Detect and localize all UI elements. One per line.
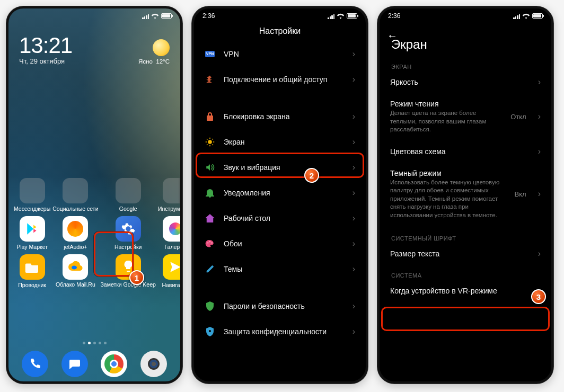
app-play-market[interactable]: Play Маркет — [14, 216, 50, 250]
row-label: Темы — [224, 265, 344, 273]
folder-social[interactable]: Социальные сети — [52, 178, 98, 212]
settings-row-themes[interactable]: Темы › — [194, 256, 366, 282]
app-label: Заметки Google Keep — [101, 282, 156, 288]
settings-row-security[interactable]: Пароли и безопасность › — [194, 293, 366, 319]
app-label: Play Маркет — [16, 244, 48, 250]
settings-row-desktop[interactable]: Рабочий стол › — [194, 206, 366, 231]
chevron-right-icon: › — [352, 112, 355, 121]
dock-phone[interactable] — [22, 351, 48, 377]
annotation-callout-2: 2 — [304, 168, 319, 183]
clock-time: 13:21 — [19, 33, 72, 58]
app-label: jetAudio+ — [64, 244, 87, 250]
settings-row-notif[interactable]: Уведомления › — [194, 180, 366, 206]
svg-point-13 — [209, 330, 211, 332]
row-vr-mode[interactable]: Когда устройство в VR-режиме › — [380, 281, 551, 301]
annotation-outline-3 — [381, 307, 550, 331]
status-icons — [142, 13, 172, 19]
row-label: Блокировка экрана — [224, 112, 344, 121]
chevron-right-icon: › — [538, 189, 541, 199]
row-value: Откл — [510, 113, 526, 121]
app-jetaudio[interactable]: jetAudio+ — [52, 216, 98, 250]
row-label: Подключение и общий доступ — [224, 75, 344, 84]
row-label: Уведомления — [224, 189, 344, 197]
app-cloud-mailru[interactable]: Облако Mail.Ru — [52, 254, 98, 288]
row-value: Вкл — [515, 190, 526, 198]
app-label: Галерея — [164, 244, 182, 250]
chevron-right-icon: › — [352, 301, 355, 311]
battery-icon — [347, 13, 357, 19]
phone-display-settings: 2:36 ← Экран ЭКРАН Яркость › Режим чтени… — [377, 6, 553, 384]
settings-row-lock[interactable]: Блокировка экрана › — [194, 104, 366, 129]
settings-row-display[interactable]: Экран › — [194, 129, 366, 155]
home-icon — [205, 213, 215, 224]
row-label: Защита конфиденциальности — [224, 327, 344, 336]
settings-row-vpn[interactable]: VPN VPN › — [194, 41, 366, 67]
folder-tools[interactable]: Инструменты — [158, 178, 182, 212]
weather-temp: 12°C — [156, 58, 170, 65]
settings-row-privacy[interactable]: Защита конфиденциальности › — [194, 319, 366, 344]
svg-point-0 — [72, 266, 77, 270]
section-header: ЭКРАН — [380, 55, 551, 72]
app-label: Социальные сети — [52, 206, 98, 212]
app-label: Навигатор — [162, 282, 182, 288]
lock-icon — [205, 111, 215, 122]
row-dark-mode[interactable]: Темный режим Использовать более темную ц… — [380, 162, 551, 227]
privacy-icon — [205, 326, 215, 337]
chevron-right-icon: › — [352, 137, 355, 147]
settings-row-wallpaper[interactable]: Обои › — [194, 231, 366, 256]
folder-google[interactable]: Google — [101, 178, 156, 212]
dock-messages[interactable] — [61, 351, 88, 377]
phone-settings-list: 2:36 Настройки VPN VPN › Подключение и о… — [192, 6, 368, 384]
app-explorer[interactable]: Проводник — [14, 254, 50, 288]
page-title: Экран — [380, 31, 551, 55]
share-icon — [205, 74, 215, 85]
chevron-right-icon: › — [352, 239, 355, 248]
svg-point-12 — [212, 242, 213, 243]
dock-camera[interactable] — [140, 351, 167, 377]
row-label: Обои — [224, 239, 344, 248]
status-icons — [513, 13, 543, 19]
annotation-outline-2 — [196, 153, 364, 178]
row-text-size[interactable]: Размер текста › — [380, 244, 551, 264]
row-label: Экран — [224, 138, 344, 146]
row-color-scheme[interactable]: Цветовая схема › — [380, 141, 551, 162]
weather-sun-icon — [153, 39, 170, 56]
row-label: Размер текста — [390, 250, 530, 258]
phone-home: 13:21 Чт, 29 октября Ясно 12°C Мессендже… — [6, 6, 182, 384]
row-subtitle: Делает цвета на экране более теплыми, по… — [390, 109, 502, 134]
svg-point-10 — [207, 242, 208, 243]
row-brightness[interactable]: Яркость › — [380, 72, 551, 92]
back-button[interactable]: ← — [387, 30, 398, 42]
app-gallery[interactable]: Галерея — [158, 216, 182, 250]
app-label: Проводник — [18, 282, 46, 288]
dock-chrome[interactable] — [101, 351, 127, 377]
svg-line-7 — [213, 145, 214, 146]
row-label: Рабочий стол — [224, 214, 344, 222]
settings-row-share[interactable]: Подключение и общий доступ › — [194, 67, 366, 92]
chevron-right-icon: › — [352, 213, 355, 223]
app-label: Облако Mail.Ru — [56, 282, 95, 288]
wifi-icon — [151, 13, 159, 19]
chevron-right-icon: › — [352, 327, 355, 336]
row-reading-mode[interactable]: Режим чтения Делает цвета на экране боле… — [380, 92, 551, 141]
chevron-right-icon: › — [538, 249, 541, 259]
folder-messengers[interactable]: Мессенджеры — [14, 178, 50, 212]
svg-point-1 — [208, 140, 212, 144]
app-navigator[interactable]: Навигатор — [158, 254, 182, 288]
display-icon — [205, 137, 215, 147]
svg-line-8 — [207, 145, 208, 146]
row-label: Когда устройство в VR-режиме — [390, 287, 530, 295]
weather-widget[interactable]: Ясно 12°C — [138, 39, 170, 65]
row-label: VPN — [224, 50, 344, 58]
section-header: СИСТЕМА — [380, 264, 551, 281]
chevron-right-icon: › — [352, 264, 355, 274]
row-label: Яркость — [390, 78, 530, 86]
battery-icon — [532, 13, 543, 19]
status-bar — [8, 8, 180, 22]
svg-line-6 — [207, 139, 208, 140]
dock — [8, 351, 180, 377]
wifi-icon — [522, 13, 530, 19]
status-bar: 2:36 — [380, 8, 551, 22]
cell-signal-icon — [142, 13, 149, 19]
clock-widget[interactable]: 13:21 Чт, 29 октября — [19, 33, 72, 65]
